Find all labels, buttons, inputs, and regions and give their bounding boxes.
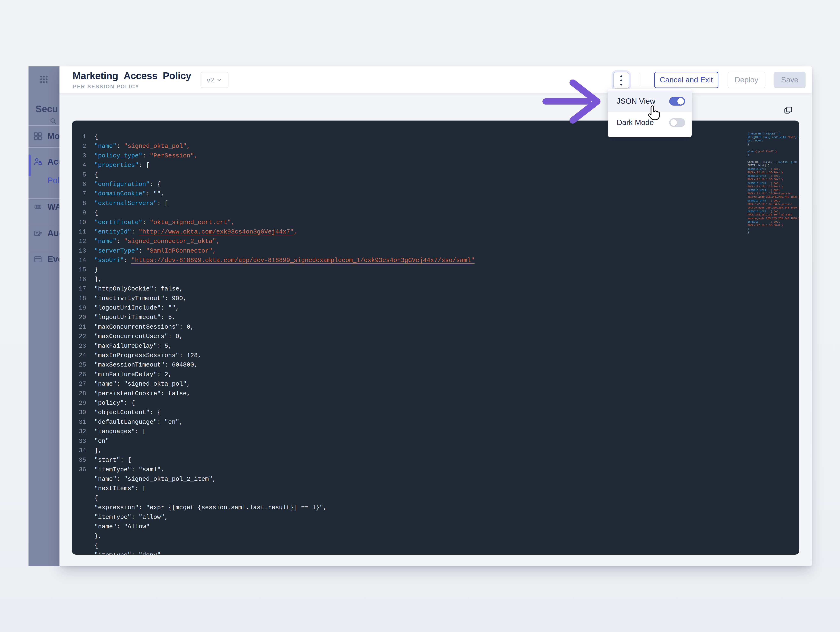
- apps-grid-icon[interactable]: [39, 75, 49, 84]
- code-line: "name": "signed_okta_pol_2_item",: [72, 474, 728, 484]
- code-line: 33"en": [72, 437, 728, 446]
- code-line: 35"start": {: [72, 455, 728, 465]
- dashboard-icon: [33, 132, 43, 140]
- line-number: 35: [72, 455, 86, 465]
- sidebar-subitem-label: Poli: [47, 176, 60, 185]
- line-number: 33: [72, 437, 86, 446]
- minimap[interactable]: { when HTTP_REQUEST {if {[HTTP::uri] end…: [747, 132, 799, 234]
- code-line: 9{: [72, 208, 728, 217]
- save-button[interactable]: Save: [774, 72, 805, 88]
- minimap-line: POOL-172.16.1.35-80-4 persist: [747, 192, 799, 195]
- code-line: 22"maxConcurrentUsers": 0,: [72, 332, 728, 341]
- code-line: 23"maxFailureDelay": 5,: [72, 341, 728, 351]
- line-number: 14: [72, 255, 86, 265]
- annotation-arrow-icon: [540, 80, 602, 124]
- minimap-line: [HTTP::host] {: [747, 164, 799, 167]
- minimap-line: }: [747, 227, 799, 231]
- minimap-line: POOL-172.16.1.35-80-3 }: [747, 185, 799, 189]
- code-line: 17"httpOnlyCookie": false,: [72, 284, 728, 293]
- code-line: 12"name": "signed_connector_2_okta",: [72, 236, 728, 246]
- minimap-line: POOL-172.16.1.35-80-7 persist: [747, 213, 799, 217]
- cancel-and-exit-button[interactable]: Cancel and Exit: [654, 72, 718, 88]
- screen: { "sidebar": { "heading": "Secu", "items…: [0, 0, 840, 632]
- minimap-line: example-url6 { pool: [747, 210, 799, 213]
- line-number: 25: [72, 360, 86, 370]
- minimap-line: }: [747, 143, 799, 147]
- code-line: "expression": "expr {[mcget {session.sam…: [72, 503, 728, 512]
- line-number: 13: [72, 246, 86, 255]
- json-code-editor[interactable]: 1{2"name": "signed_okta_pol",3"policy_ty…: [72, 121, 799, 555]
- panel-header: Marketing_Access_Policy PER SESSION POLI…: [60, 66, 812, 93]
- calendar-icon: [33, 255, 43, 264]
- line-number: [72, 531, 86, 541]
- line-number: 34: [72, 446, 86, 455]
- search-icon[interactable]: [49, 117, 57, 125]
- line-number: [72, 503, 86, 512]
- panel-body: 1{2"name": "signed_okta_pol",3"policy_ty…: [60, 93, 812, 566]
- code-line: 26"minFailureDelay": 2,: [72, 370, 728, 379]
- deploy-button[interactable]: Deploy: [728, 72, 765, 88]
- line-number: 20: [72, 313, 86, 322]
- line-number: 8: [72, 199, 86, 208]
- json-view-toggle[interactable]: [669, 97, 685, 106]
- header-divider: [639, 73, 640, 86]
- sidebar-item-label: Mon: [47, 131, 60, 141]
- code-line: 11"entityId": "http://www.okta.com/exk93…: [72, 227, 728, 236]
- minimap-line: }: [747, 231, 799, 234]
- minimap-line: example-url4 { pool: [747, 189, 799, 192]
- line-number: 5: [72, 170, 86, 180]
- line-number: 3: [72, 151, 86, 161]
- minimap-line: example-url3 { pool: [747, 181, 799, 185]
- code-line: 16],: [72, 275, 728, 284]
- line-number: [72, 474, 86, 484]
- minimap-line: [747, 147, 799, 150]
- line-number: 36: [72, 465, 86, 474]
- code-line: },: [72, 531, 728, 541]
- sidebar-divider: [28, 125, 60, 126]
- line-number: [72, 512, 86, 522]
- dark-mode-toggle[interactable]: [669, 118, 685, 127]
- line-number: 21: [72, 322, 86, 332]
- code-line: 28"persistentCookie": false,: [72, 389, 728, 398]
- code-line: "itemType": "allow",: [72, 512, 728, 522]
- sidebar: Secu Mon Acc Poli WA Auc: [28, 66, 60, 566]
- code-line: 34],: [72, 446, 728, 455]
- code-line: 30"objectContent": {: [72, 408, 728, 417]
- page-subtitle: PER SESSION POLICY: [73, 84, 139, 90]
- version-dropdown[interactable]: v2: [201, 72, 229, 88]
- line-number: 7: [72, 189, 86, 199]
- code-line: 4"properties": [: [72, 161, 728, 170]
- minimap-line: else { pool Pool2 }: [747, 150, 799, 153]
- line-number: 2: [72, 142, 86, 151]
- code-line: 7"domainCookie": "",: [72, 189, 728, 199]
- line-number: 16: [72, 275, 86, 284]
- more-options-button[interactable]: [613, 72, 629, 89]
- line-number: [72, 522, 86, 531]
- line-number: 12: [72, 236, 86, 246]
- sidebar-divider: [28, 147, 60, 148]
- page-title: Marketing_Access_Policy: [73, 70, 191, 81]
- minimap-line: POOL-172.16.1.35-90-1 }: [747, 171, 799, 175]
- menu-item-label: JSON View: [617, 97, 655, 106]
- sidebar-item-label: Acc: [47, 157, 60, 167]
- user-lock-icon: [33, 157, 43, 166]
- minimap-line: source_addr 255.255.255.248 1800 }: [747, 195, 799, 199]
- code-line: 19"logoutUriInclude": "",: [72, 303, 728, 313]
- code-line: 24"maxInProgressSessions": 128,: [72, 351, 728, 360]
- sidebar-item-label: WA: [47, 202, 60, 212]
- line-number: 11: [72, 227, 86, 236]
- code-line: 15}: [72, 265, 728, 274]
- toggle-knob: [670, 119, 677, 126]
- code-line: 32"languages": [: [72, 427, 728, 436]
- line-number: 6: [72, 180, 86, 189]
- hand-pointer-cursor-icon: [647, 104, 662, 121]
- minimap-line: example-url5 { pool: [747, 199, 799, 203]
- line-number: 27: [72, 379, 86, 389]
- code-line: 25"maxSessionTimeout": 604800,: [72, 360, 728, 370]
- code-line: 36"itemType": "saml",: [72, 465, 728, 474]
- code-line: 18"inactivityTimeout": 900,: [72, 294, 728, 303]
- line-number: 15: [72, 265, 86, 274]
- copy-icon[interactable]: [783, 104, 794, 116]
- audit-icon: [33, 229, 43, 238]
- line-number: 29: [72, 398, 86, 408]
